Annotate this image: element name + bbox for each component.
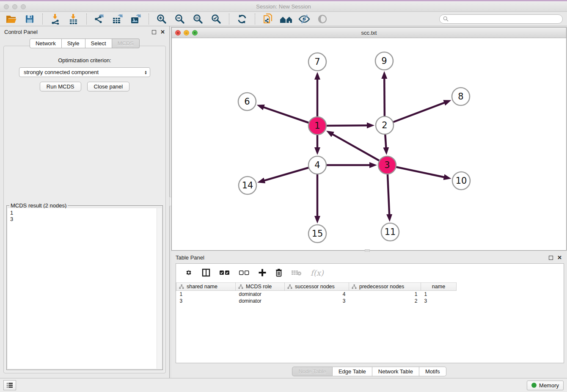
svg-text:6: 6 xyxy=(244,97,250,107)
table-options-button[interactable] xyxy=(184,268,193,277)
import-network-button[interactable] xyxy=(48,13,63,25)
tab-style[interactable]: Style xyxy=(62,39,85,48)
zoom-out-button[interactable] xyxy=(173,13,187,25)
delete-table-button[interactable] xyxy=(291,269,302,276)
task-history-button[interactable] xyxy=(3,380,16,390)
network-window-titlebar: × − + scc.txt xyxy=(172,28,566,38)
table-cell[interactable]: 3 xyxy=(176,298,236,304)
first-neighbors-button[interactable] xyxy=(279,13,293,25)
table-cell[interactable]: 1 xyxy=(176,291,236,298)
delete-column-button[interactable] xyxy=(275,268,283,277)
function-builder-button[interactable]: f(x) xyxy=(311,268,324,277)
graph-node-3[interactable]: 3 xyxy=(378,156,396,174)
graph-node-14[interactable]: 14 xyxy=(239,177,256,194)
zoom-fit-button[interactable] xyxy=(191,13,205,25)
zoom-in-button[interactable] xyxy=(154,13,169,25)
tab-node-table[interactable]: Node Table xyxy=(292,367,333,376)
edge-2-8[interactable] xyxy=(385,102,445,125)
table-row[interactable]: 1dominator411 xyxy=(176,291,457,298)
graph-node-6[interactable]: 6 xyxy=(238,93,256,110)
toolbar-separator xyxy=(86,14,87,25)
select-all-button[interactable] xyxy=(219,270,230,276)
run-mcds-button[interactable]: Run MCDS xyxy=(40,82,81,91)
column-header-predecessor-nodes[interactable]: predecessor nodes xyxy=(349,283,421,291)
tab-mcds[interactable]: MCDS xyxy=(112,39,140,48)
table-cell[interactable]: 3 xyxy=(285,298,349,304)
graph-node-2[interactable]: 2 xyxy=(376,116,394,134)
export-table-button[interactable] xyxy=(110,13,125,25)
graph-node-4[interactable]: 4 xyxy=(308,156,326,174)
table-cell[interactable]: 3 xyxy=(421,298,457,304)
control-panel-float-icon[interactable] xyxy=(152,30,156,34)
column-visibility-button[interactable] xyxy=(201,268,211,277)
tab-select[interactable]: Select xyxy=(85,39,112,48)
deselect-all-button[interactable] xyxy=(239,270,250,276)
clone-network-button[interactable] xyxy=(261,13,275,25)
show-graphics-details-button[interactable] xyxy=(297,13,311,25)
add-column-button[interactable] xyxy=(258,268,267,277)
export-image-button[interactable] xyxy=(129,13,143,25)
svg-text:4: 4 xyxy=(314,160,320,170)
graph-node-11[interactable]: 11 xyxy=(381,223,399,241)
network-zoom-button[interactable]: + xyxy=(192,30,198,36)
network-canvas[interactable]: 7968124314101511 xyxy=(172,38,566,250)
network-minimize-button[interactable]: − xyxy=(184,30,189,36)
main-toolbar xyxy=(0,12,567,26)
zoom-window-button[interactable] xyxy=(21,4,26,9)
node-table: shared nameMCDS rolesuccessor nodesprede… xyxy=(176,282,457,304)
open-session-button[interactable] xyxy=(4,13,19,25)
table-row[interactable]: 3dominator323 xyxy=(176,298,457,304)
table-cell[interactable]: 1 xyxy=(349,291,421,298)
tab-motifs[interactable]: Motifs xyxy=(419,367,446,376)
search-input[interactable] xyxy=(451,16,559,22)
open-folder-icon xyxy=(6,14,17,24)
network-close-button[interactable]: × xyxy=(175,30,181,36)
table-panel-close-icon[interactable]: ✕ xyxy=(557,256,562,260)
memory-button[interactable]: Memory xyxy=(527,381,564,390)
minimize-window-button[interactable] xyxy=(12,4,17,9)
mcds-result-scrollbar[interactable] xyxy=(157,208,162,369)
save-session-button[interactable] xyxy=(22,13,37,25)
svg-text:8: 8 xyxy=(458,91,463,102)
toolbar-separator xyxy=(149,14,149,25)
table-cell[interactable]: dominator xyxy=(236,298,285,304)
checked-boxes-icon xyxy=(219,270,230,276)
export-network-button[interactable] xyxy=(92,13,107,25)
graph-node-9[interactable]: 9 xyxy=(375,52,393,70)
search-box[interactable] xyxy=(439,14,563,24)
tab-edge-table[interactable]: Edge Table xyxy=(333,367,372,376)
close-window-button[interactable] xyxy=(4,4,9,9)
import-table-button[interactable] xyxy=(66,13,81,25)
graph-node-15[interactable]: 15 xyxy=(308,225,326,243)
control-panel-close-icon[interactable]: ✕ xyxy=(160,30,165,34)
column-header-name[interactable]: name xyxy=(421,283,457,291)
column-label: shared name xyxy=(187,284,217,290)
table-cell[interactable]: 1 xyxy=(421,291,457,298)
optimization-criterion-select[interactable]: strongly connected component ▲▼ xyxy=(19,67,150,77)
delete-table-icon xyxy=(291,269,302,276)
table-cell[interactable]: dominator xyxy=(236,291,285,298)
tab-network-table[interactable]: Network Table xyxy=(372,367,419,376)
edge-3-1[interactable] xyxy=(332,134,387,165)
graph-node-8[interactable]: 8 xyxy=(452,88,470,105)
graph-node-1[interactable]: 1 xyxy=(308,117,326,135)
table-toolbar: f(x) xyxy=(176,264,564,281)
column-header-shared-name[interactable]: shared name xyxy=(176,283,236,291)
column-header-MCDS-role[interactable]: MCDS role xyxy=(236,283,285,291)
graph-node-10[interactable]: 10 xyxy=(452,172,470,190)
table-cell[interactable]: 2 xyxy=(349,298,421,304)
column-label: successor nodes xyxy=(295,284,335,290)
graph-node-7[interactable]: 7 xyxy=(308,53,326,71)
zoom-selected-button[interactable] xyxy=(209,13,223,25)
tab-network[interactable]: Network xyxy=(30,39,62,48)
mcds-result-text[interactable]: 1 3 xyxy=(8,208,157,369)
toggle-bird-view-button[interactable] xyxy=(315,13,330,25)
close-panel-button[interactable]: Close panel xyxy=(87,82,130,91)
table-cell[interactable]: 4 xyxy=(285,291,349,298)
selected-criterion: strongly connected component xyxy=(24,69,144,75)
column-header-successor-nodes[interactable]: successor nodes xyxy=(285,283,349,291)
node-table-header-row: shared nameMCDS rolesuccessor nodesprede… xyxy=(176,283,457,291)
node-table-body: 1dominator4113dominator323 xyxy=(176,291,457,305)
apply-layout-button[interactable] xyxy=(235,13,249,25)
table-panel-float-icon[interactable] xyxy=(549,256,553,260)
